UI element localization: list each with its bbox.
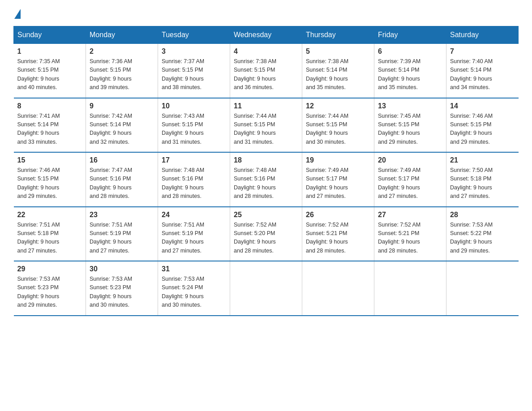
calendar-cell: 14 Sunrise: 7:46 AMSunset: 5:15 PMDaylig… [446,98,519,153]
calendar-cell: 7 Sunrise: 7:40 AMSunset: 5:14 PMDayligh… [446,44,519,98]
day-number: 28 [450,211,515,219]
calendar-cell: 29 Sunrise: 7:53 AMSunset: 5:23 PMDaylig… [14,261,86,316]
weekday-header-wednesday: Wednesday [230,26,302,44]
day-info: Sunrise: 7:47 AMSunset: 5:16 PMDaylight:… [90,167,132,199]
calendar-cell: 9 Sunrise: 7:42 AMSunset: 5:14 PMDayligh… [86,98,158,153]
day-number: 16 [90,156,154,164]
weekday-header-row: SundayMondayTuesdayWednesdayThursdayFrid… [14,26,519,44]
day-info: Sunrise: 7:51 AMSunset: 5:18 PMDaylight:… [17,222,60,254]
calendar-cell: 30 Sunrise: 7:53 AMSunset: 5:23 PMDaylig… [86,261,158,316]
calendar-cell: 10 Sunrise: 7:43 AMSunset: 5:15 PMDaylig… [158,98,230,153]
day-number: 17 [162,156,226,164]
calendar-week-row: 15 Sunrise: 7:46 AMSunset: 5:15 PMDaylig… [14,152,519,207]
day-info: Sunrise: 7:46 AMSunset: 5:15 PMDaylight:… [17,167,60,199]
calendar-header: SundayMondayTuesdayWednesdayThursdayFrid… [14,26,519,44]
day-number: 10 [162,102,226,110]
calendar-cell: 13 Sunrise: 7:45 AMSunset: 5:15 PMDaylig… [374,98,446,153]
weekday-header-saturday: Saturday [446,26,519,44]
day-number: 26 [306,211,370,219]
day-info: Sunrise: 7:48 AMSunset: 5:16 PMDaylight:… [234,167,276,199]
day-number: 9 [90,102,154,110]
day-number: 18 [234,156,298,164]
day-number: 2 [90,47,154,56]
day-info: Sunrise: 7:51 AMSunset: 5:19 PMDaylight:… [90,222,132,254]
day-info: Sunrise: 7:50 AMSunset: 5:18 PMDaylight:… [450,167,493,199]
day-info: Sunrise: 7:40 AMSunset: 5:14 PMDaylight:… [450,58,493,90]
day-info: Sunrise: 7:53 AMSunset: 5:22 PMDaylight:… [450,222,493,254]
calendar-cell: 18 Sunrise: 7:48 AMSunset: 5:16 PMDaylig… [230,152,302,207]
day-info: Sunrise: 7:49 AMSunset: 5:17 PMDaylight:… [306,167,348,199]
calendar-cell: 23 Sunrise: 7:51 AMSunset: 5:19 PMDaylig… [86,207,158,261]
calendar-cell: 15 Sunrise: 7:46 AMSunset: 5:15 PMDaylig… [14,152,86,207]
weekday-header-friday: Friday [374,26,446,44]
day-number: 8 [17,102,82,110]
weekday-header-tuesday: Tuesday [158,26,230,44]
day-info: Sunrise: 7:44 AMSunset: 5:15 PMDaylight:… [306,113,348,145]
day-info: Sunrise: 7:41 AMSunset: 5:14 PMDaylight:… [17,113,60,145]
page-header [13,9,519,19]
weekday-header-monday: Monday [86,26,158,44]
calendar-cell [230,261,302,316]
day-number: 11 [234,102,298,110]
day-info: Sunrise: 7:53 AMSunset: 5:23 PMDaylight:… [90,276,132,308]
day-number: 5 [306,47,370,56]
day-info: Sunrise: 7:35 AMSunset: 5:15 PMDaylight:… [17,58,60,90]
logo [13,9,21,19]
calendar-cell: 2 Sunrise: 7:36 AMSunset: 5:15 PMDayligh… [86,44,158,98]
calendar-cell [302,261,374,316]
day-number: 22 [17,211,82,219]
calendar-cell: 22 Sunrise: 7:51 AMSunset: 5:18 PMDaylig… [14,207,86,261]
calendar-week-row: 29 Sunrise: 7:53 AMSunset: 5:23 PMDaylig… [14,261,519,316]
day-info: Sunrise: 7:51 AMSunset: 5:19 PMDaylight:… [162,222,204,254]
logo-triangle-icon [14,9,21,19]
day-info: Sunrise: 7:36 AMSunset: 5:15 PMDaylight:… [90,58,132,90]
day-info: Sunrise: 7:42 AMSunset: 5:14 PMDaylight:… [90,113,132,145]
calendar-cell: 27 Sunrise: 7:52 AMSunset: 5:21 PMDaylig… [374,207,446,261]
calendar-week-row: 8 Sunrise: 7:41 AMSunset: 5:14 PMDayligh… [14,98,519,153]
calendar-cell: 24 Sunrise: 7:51 AMSunset: 5:19 PMDaylig… [158,207,230,261]
day-info: Sunrise: 7:48 AMSunset: 5:16 PMDaylight:… [162,167,204,199]
calendar-cell: 17 Sunrise: 7:48 AMSunset: 5:16 PMDaylig… [158,152,230,207]
day-info: Sunrise: 7:52 AMSunset: 5:21 PMDaylight:… [306,222,348,254]
day-info: Sunrise: 7:39 AMSunset: 5:14 PMDaylight:… [378,58,420,90]
calendar-cell: 20 Sunrise: 7:49 AMSunset: 5:17 PMDaylig… [374,152,446,207]
day-number: 15 [17,156,82,164]
day-number: 4 [234,47,298,56]
day-info: Sunrise: 7:49 AMSunset: 5:17 PMDaylight:… [378,167,420,199]
day-info: Sunrise: 7:53 AMSunset: 5:24 PMDaylight:… [162,276,204,308]
weekday-header-thursday: Thursday [302,26,374,44]
day-number: 19 [306,156,370,164]
calendar-cell: 25 Sunrise: 7:52 AMSunset: 5:20 PMDaylig… [230,207,302,261]
day-info: Sunrise: 7:38 AMSunset: 5:15 PMDaylight:… [234,58,276,90]
day-info: Sunrise: 7:52 AMSunset: 5:20 PMDaylight:… [234,222,276,254]
day-number: 6 [378,47,442,56]
calendar-cell: 12 Sunrise: 7:44 AMSunset: 5:15 PMDaylig… [302,98,374,153]
day-number: 7 [450,47,515,56]
day-info: Sunrise: 7:38 AMSunset: 5:14 PMDaylight:… [306,58,348,90]
calendar-cell: 28 Sunrise: 7:53 AMSunset: 5:22 PMDaylig… [446,207,519,261]
day-number: 20 [378,156,442,164]
calendar-body: 1 Sunrise: 7:35 AMSunset: 5:15 PMDayligh… [14,44,519,316]
day-info: Sunrise: 7:44 AMSunset: 5:15 PMDaylight:… [234,113,276,145]
calendar-cell: 19 Sunrise: 7:49 AMSunset: 5:17 PMDaylig… [302,152,374,207]
calendar-cell: 16 Sunrise: 7:47 AMSunset: 5:16 PMDaylig… [86,152,158,207]
day-number: 24 [162,211,226,219]
calendar-cell: 26 Sunrise: 7:52 AMSunset: 5:21 PMDaylig… [302,207,374,261]
calendar-cell: 11 Sunrise: 7:44 AMSunset: 5:15 PMDaylig… [230,98,302,153]
calendar-week-row: 1 Sunrise: 7:35 AMSunset: 5:15 PMDayligh… [14,44,519,98]
calendar-cell: 6 Sunrise: 7:39 AMSunset: 5:14 PMDayligh… [374,44,446,98]
day-number: 31 [162,265,226,273]
day-number: 3 [162,47,226,56]
day-info: Sunrise: 7:37 AMSunset: 5:15 PMDaylight:… [162,58,204,90]
day-number: 14 [450,102,515,110]
day-info: Sunrise: 7:53 AMSunset: 5:23 PMDaylight:… [17,276,60,308]
calendar-cell: 8 Sunrise: 7:41 AMSunset: 5:14 PMDayligh… [14,98,86,153]
day-number: 27 [378,211,442,219]
calendar-cell [374,261,446,316]
day-number: 25 [234,211,298,219]
calendar-cell: 3 Sunrise: 7:37 AMSunset: 5:15 PMDayligh… [158,44,230,98]
day-number: 12 [306,102,370,110]
calendar-table: SundayMondayTuesdayWednesdayThursdayFrid… [13,26,519,316]
day-number: 1 [17,47,82,56]
day-number: 21 [450,156,515,164]
